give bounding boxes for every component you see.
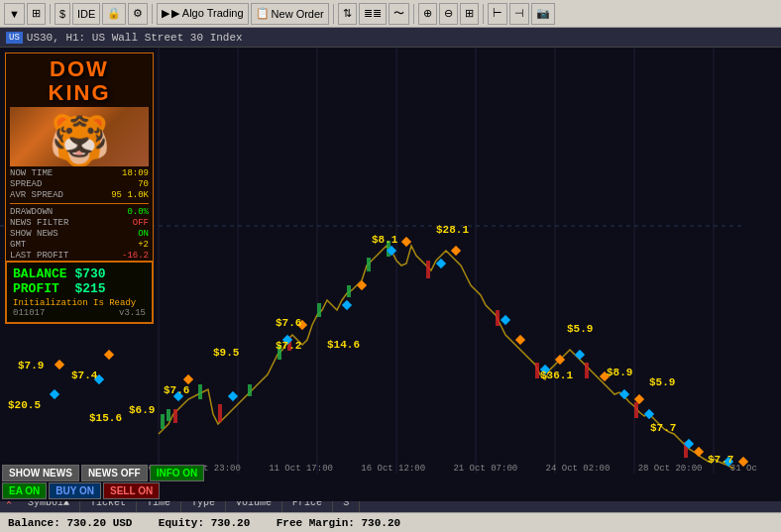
x-axis-date-4: 16 Oct 12:00	[361, 464, 425, 474]
x-axis-date-7: 28 Oct 20:00	[638, 464, 703, 474]
svg-rect-24	[535, 363, 539, 378]
grid-btn[interactable]: ⊞	[460, 3, 479, 25]
svg-rect-11	[167, 409, 170, 421]
svg-rect-17	[367, 258, 371, 271]
sell-on-btn[interactable]: SELL ON	[103, 482, 160, 499]
price-label-7-2: $7.2	[276, 340, 301, 352]
screenshot-btn[interactable]: 📷	[531, 3, 555, 25]
svg-rect-22	[426, 261, 430, 278]
price-label-8-9: $8.9	[607, 367, 632, 378]
panel-now-time: NOW TIME 18:09	[10, 168, 149, 178]
panel-show-news: SHOW NEWS ON	[10, 229, 149, 239]
info-on-btn[interactable]: INFO ON	[150, 465, 205, 481]
ide-btn[interactable]: IDE	[72, 3, 100, 25]
wave-btn[interactable]: 〜	[389, 3, 409, 25]
panel-last-profit: LAST PROFIT -16.2	[10, 251, 149, 261]
price-label-7-7: $7.7	[650, 422, 676, 434]
buy-on-btn[interactable]: BUY ON	[49, 482, 101, 499]
panel-news-filter: NEWS FILTER OFF	[10, 218, 149, 228]
init-text: Initialization Is Ready	[13, 298, 146, 308]
free-margin-status-value: 730.20	[362, 517, 401, 529]
version-row: 011017 v3.15	[13, 308, 146, 318]
new-order-btn[interactable]: 📋 New Order	[251, 3, 329, 25]
dow-king-title: DOW KING	[10, 57, 149, 105]
price-label-7-6: $7.6	[164, 384, 189, 396]
balance-status-value: 730.20 USD	[66, 517, 132, 529]
main-toolbar: ▼ ⊞ $ IDE 🔒 ⚙ ▶ ▶ Algo Trading 📋 New Ord…	[0, 0, 781, 28]
panel-gmt: GMT +2	[10, 240, 149, 250]
free-margin-status-label: Free Margin:	[277, 517, 355, 529]
status-bar: Balance: 730.20 USD Equity: 730.20 Free …	[0, 512, 781, 532]
dollar-btn[interactable]: $	[55, 3, 70, 25]
balance-row: BALANCE $730	[13, 266, 146, 281]
dow-king-panel: DOW KING NOW TIME 18:09 SPREAD 70 AVR SP…	[5, 53, 154, 289]
scroll-right-btn[interactable]: ⊢	[488, 3, 507, 25]
chart-titlebar: US US30, H1: US Wall Street 30 Index	[0, 28, 781, 48]
lock-btn[interactable]: 🔒	[102, 3, 126, 25]
zoom-out-btn[interactable]: ⊖	[439, 3, 458, 25]
svg-rect-16	[347, 285, 351, 297]
x-axis-date-8: 31 Oc	[730, 464, 757, 474]
bars-btn[interactable]: ≣≣	[359, 3, 387, 25]
svg-rect-25	[585, 363, 589, 378]
price-label-7-6-2: $7.6	[276, 317, 301, 329]
equity-status-value: 730.20	[211, 517, 251, 529]
news-off-btn[interactable]: NEWS OFF	[81, 465, 148, 481]
arrows-updown-btn[interactable]: ⇅	[338, 3, 357, 25]
balance-profit-box: BALANCE $730 PROFIT $215 Initialization …	[5, 261, 154, 324]
ea-on-btn[interactable]: EA ON	[2, 482, 47, 499]
price-label-6-9: $6.9	[129, 404, 155, 416]
btn-row-1: SHOW NEWS NEWS OFF INFO ON	[2, 465, 204, 481]
balance-status-label: Balance:	[8, 517, 60, 529]
svg-rect-13	[248, 384, 252, 396]
price-label-15-6: $15.6	[89, 412, 122, 424]
arrow-dropdown-btn[interactable]: ▼	[4, 3, 25, 25]
price-label-14-6: $14.6	[327, 339, 360, 351]
svg-rect-19	[173, 409, 177, 423]
layout-btn[interactable]: ⊞	[27, 3, 46, 25]
price-label-9-5: $9.5	[213, 347, 239, 359]
equity-status-label: Equity:	[159, 517, 204, 529]
chart-title: US30, H1: US Wall Street 30 Index	[27, 32, 243, 44]
profit-row: PROFIT $215	[13, 281, 146, 296]
panel-drawdown: DRAWDOWN 0.0%	[10, 207, 149, 217]
scroll-left-btn[interactable]: ⊣	[509, 3, 529, 25]
separator-1	[50, 4, 51, 24]
x-axis-date-5: 21 Oct 07:00	[453, 464, 517, 474]
panel-avr-spread: AVR SPREAD 95 1.0K	[10, 190, 149, 200]
svg-rect-12	[198, 384, 202, 399]
panel-spread: SPREAD 70	[10, 179, 149, 189]
settings-btn[interactable]: ⚙	[128, 3, 148, 25]
svg-rect-20	[218, 404, 222, 422]
bottom-buttons: SHOW NEWS NEWS OFF INFO ON EA ON BUY ON …	[0, 463, 206, 501]
price-label-5-9: $5.9	[567, 323, 593, 335]
btn-row-2: EA ON BUY ON SELL ON	[2, 482, 204, 499]
price-label-36-1: $36.1	[540, 370, 573, 381]
x-axis-date-3: 11 Oct 17:00	[269, 464, 333, 474]
price-label-7-9: $7.9	[18, 360, 44, 372]
svg-rect-23	[496, 310, 500, 326]
separator-4	[413, 4, 414, 24]
chart-flag: US	[6, 32, 23, 44]
separator-3	[333, 4, 334, 24]
price-label-8-1: $8.1	[372, 234, 397, 246]
separator-5	[483, 4, 484, 24]
zoom-in-btn[interactable]: ⊕	[418, 3, 437, 25]
price-label-7-4: $7.4	[71, 370, 97, 381]
x-axis-date-6: 24 Oct 02:00	[546, 464, 611, 474]
svg-rect-15	[317, 303, 321, 317]
algo-trading-btn[interactable]: ▶ ▶ Algo Trading	[157, 3, 248, 25]
svg-rect-26	[634, 402, 638, 418]
price-label-28-1: $28.1	[436, 224, 469, 236]
price-label-5-9-2: $5.9	[649, 376, 675, 388]
chart-area: EaFx Store	[0, 48, 781, 501]
price-label-20-5: $20.5	[8, 399, 41, 411]
show-news-btn[interactable]: SHOW NEWS	[2, 465, 79, 481]
separator-2	[152, 4, 153, 24]
dow-king-tiger-image	[10, 107, 149, 166]
svg-rect-10	[161, 414, 165, 429]
